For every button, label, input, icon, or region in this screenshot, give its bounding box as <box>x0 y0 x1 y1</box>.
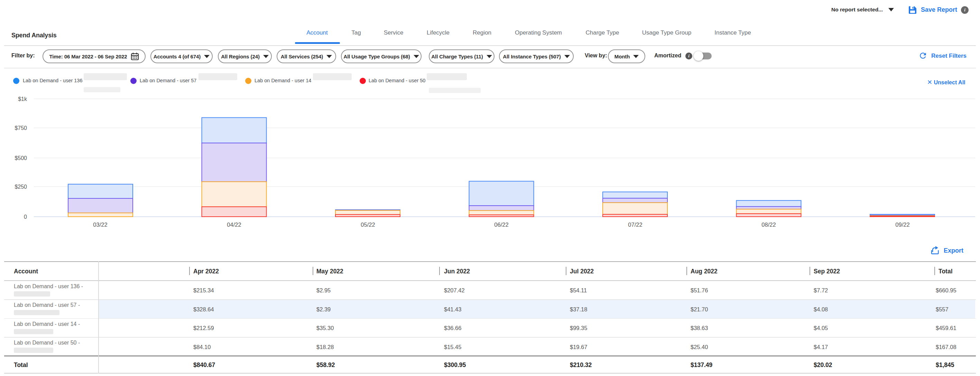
svg-text:03/22: 03/22 <box>93 222 107 228</box>
svg-text:06/22: 06/22 <box>494 222 508 228</box>
svg-text:$500: $500 <box>14 155 27 161</box>
svg-text:09/22: 09/22 <box>895 222 910 228</box>
svg-text:$750: $750 <box>14 125 27 131</box>
svg-text:07/22: 07/22 <box>628 222 642 228</box>
svg-text:$1k: $1k <box>18 96 27 102</box>
svg-text:08/22: 08/22 <box>762 222 776 228</box>
svg-text:04/22: 04/22 <box>227 222 241 228</box>
svg-text:$250: $250 <box>14 184 27 190</box>
svg-text:0: 0 <box>24 214 27 220</box>
svg-text:05/22: 05/22 <box>361 222 375 228</box>
